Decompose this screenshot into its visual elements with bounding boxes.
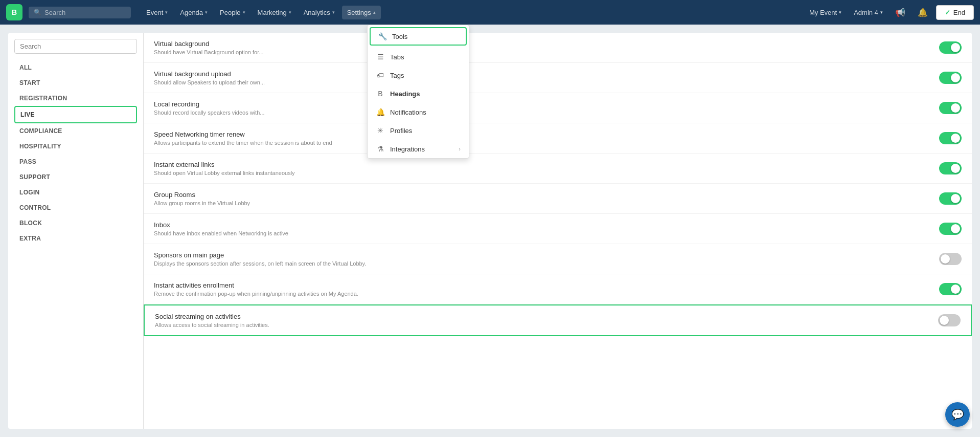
dropdown-item-integrations[interactable]: ⚗Integrations› [368,140,469,158]
settings-item-desc: Displays the sponsors section after sess… [154,260,939,267]
sidebar-item-live[interactable]: LIVE [14,106,137,123]
settings-item: InboxShould have inbox enabled when Netw… [144,214,972,244]
sidebar-item-pass[interactable]: PASS [14,154,137,169]
dropdown-item-label: Integrations [390,145,425,153]
content-area: Virtual backgroundShould have Virtual Ba… [144,33,972,429]
settings-item-info: Sponsors on main pageDisplays the sponso… [154,251,939,267]
chevron-down-icon: ▾ [839,10,841,15]
sidebar-search-input[interactable] [14,39,137,54]
sidebar-item-all[interactable]: ALL [14,60,137,75]
toggle-switch[interactable] [939,192,962,205]
nav-marketing[interactable]: Marketing ▾ [253,6,297,19]
toggle-switch[interactable] [939,223,962,235]
sidebar-item-extra[interactable]: EXTRA [14,231,137,246]
settings-item-title: Social streaming on activities [155,313,938,320]
search-icon: 🔍 [34,9,41,16]
left-sidebar: ALLSTARTREGISTRATIONLIVECOMPLIANCEHOSPIT… [8,33,144,429]
chevron-down-icon: ▾ [165,10,168,15]
nav-event[interactable]: Event ▾ [141,6,173,19]
settings-item: Speed Networking timer renewAllows parti… [144,123,972,154]
dropdown-item-tabs[interactable]: ☰Tabs [368,48,469,66]
chat-button[interactable]: 💬 [945,402,970,427]
settings-item: Instant activities enrollmentRemove the … [144,274,972,304]
settings-item-desc: Should record locally speakers videos wi… [154,110,939,116]
settings-dropdown-menu: 🔧Tools☰Tabs🏷TagsBHeadings🔔Notifications✳… [367,25,469,159]
main-container: ALLSTARTREGISTRATIONLIVECOMPLIANCEHOSPIT… [0,25,980,437]
dropdown-item-label: Profiles [390,127,412,135]
chevron-down-icon: ▾ [289,10,291,15]
toggle-switch[interactable] [938,314,961,326]
chevron-up-icon: ▴ [373,10,376,15]
dropdown-item-label: Notifications [390,108,426,116]
sidebar-item-compliance[interactable]: COMPLIANCE [14,123,137,139]
toggle-switch[interactable] [939,253,962,265]
chevron-down-icon: ▾ [243,10,245,15]
dropdown-item-label: Tags [390,72,404,79]
toggle-switch[interactable] [939,102,962,114]
nav-settings[interactable]: Settings ▴ [342,6,381,19]
dropdown-item-tags[interactable]: 🏷Tags [368,66,469,84]
nav-agenda[interactable]: Agenda ▾ [175,6,213,19]
my-event-button[interactable]: My Event ▾ [805,7,846,18]
nav-right-controls: My Event ▾ Admin 4 ▾ 📢 🔔 ✓ End [805,5,974,20]
dropdown-item-label: Tools [392,33,407,40]
settings-item-title: Virtual background [154,40,939,48]
sidebar-item-login[interactable]: LOGIN [14,185,137,200]
settings-item: Virtual backgroundShould have Virtual Ba… [144,33,972,63]
settings-item-info: Social streaming on activitiesAllows acc… [155,313,938,328]
dropdown-item-headings[interactable]: BHeadings [368,84,469,103]
settings-item-desc: Remove the confirmation pop-up when pinn… [154,291,939,297]
settings-item-desc: Allows access to social streaming in act… [155,322,938,328]
headings-icon: B [376,90,385,98]
toggle-switch[interactable] [939,283,962,295]
settings-item: Sponsors on main pageDisplays the sponso… [144,244,972,274]
toggle-slider [939,41,962,54]
toggle-switch[interactable] [939,72,962,84]
toggle-switch[interactable] [939,41,962,54]
megaphone-icon[interactable]: 📢 [891,6,909,19]
tools-icon: 🔧 [378,32,387,40]
sidebar-item-support[interactable]: SUPPORT [14,169,137,185]
sidebar-item-block[interactable]: BLOCK [14,215,137,231]
toggle-slider [939,192,962,205]
top-navigation: B 🔍 Event ▾ Agenda ▾ People ▾ Marketing … [0,0,980,25]
settings-list: Virtual backgroundShould have Virtual Ba… [144,33,972,336]
settings-item-desc: Should have inbox enabled when Networkin… [154,230,939,236]
settings-item: Social streaming on activitiesAllows acc… [144,304,972,336]
nav-search-bar[interactable]: 🔍 [29,7,131,18]
settings-item-info: Virtual backgroundShould have Virtual Ba… [154,40,939,55]
nav-analytics[interactable]: Analytics ▾ [299,6,340,19]
settings-item-desc: Allow group rooms in the Virtual Lobby [154,200,939,206]
settings-item-desc: Allows participants to extend the timer … [154,140,939,146]
settings-scroll-area[interactable]: Virtual backgroundShould have Virtual Ba… [144,33,972,336]
notifications-icon: 🔔 [376,108,385,116]
dropdown-item-label: Headings [390,90,420,98]
toggle-slider [939,223,962,235]
sidebar-item-registration[interactable]: REGISTRATION [14,91,137,106]
toggle-slider [939,72,962,84]
sidebar-item-start[interactable]: START [14,75,137,91]
settings-item-desc: Should have Virtual Background option fo… [154,49,939,55]
settings-item-info: Virtual background uploadShould allow Sp… [154,70,939,85]
toggle-switch[interactable] [939,132,962,144]
settings-item-desc: Should allow Speakers to upload their ow… [154,79,939,85]
dropdown-item-profiles[interactable]: ✳Profiles [368,121,469,140]
settings-item-info: Instant activities enrollmentRemove the … [154,281,939,297]
nav-people[interactable]: People ▾ [215,6,250,19]
settings-item-info: Speed Networking timer renewAllows parti… [154,130,939,146]
bell-icon[interactable]: 🔔 [914,6,932,19]
nav-search-input[interactable] [44,9,126,16]
admin-button[interactable]: Admin 4 ▾ [850,7,887,18]
toggle-switch[interactable] [939,162,962,174]
sidebar-item-control[interactable]: CONTROL [14,200,137,215]
settings-item: Instant external linksShould open Virtua… [144,154,972,184]
dropdown-item-notifications[interactable]: 🔔Notifications [368,103,469,121]
toggle-slider [938,314,961,326]
sidebar-item-hospitality[interactable]: HOSPITALITY [14,139,137,154]
settings-item: Local recordingShould record locally spe… [144,93,972,123]
dropdown-item-tools[interactable]: 🔧Tools [370,27,467,46]
end-button[interactable]: ✓ End [936,5,974,20]
settings-item-title: Local recording [154,100,939,108]
tags-icon: 🏷 [376,71,385,79]
chevron-down-icon: ▾ [332,10,335,15]
